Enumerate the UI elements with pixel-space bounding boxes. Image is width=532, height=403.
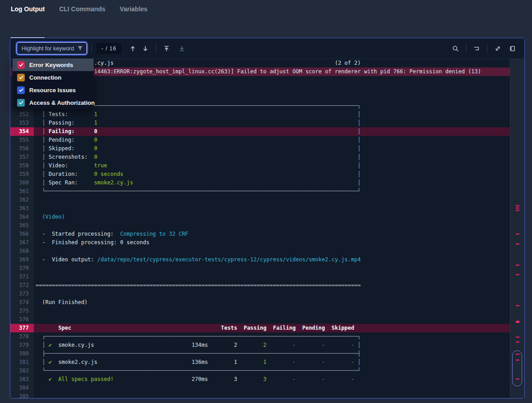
line-number[interactable]: 377 — [10, 324, 34, 332]
keyword-option-label: Access & Authorization — [29, 99, 95, 106]
line-number[interactable]: 380 — [10, 349, 34, 358]
line-text — [34, 204, 510, 213]
line-number[interactable]: 368 — [10, 247, 34, 255]
keyword-option-access-authorization[interactable]: Access & Authorization — [13, 96, 94, 109]
minimap-marker[interactable] — [516, 274, 519, 275]
line-text — [34, 384, 510, 392]
tab-variables[interactable]: Variables — [120, 5, 148, 38]
log-line: 378 ┌───────────────────────────────────… — [10, 332, 510, 341]
expand-button[interactable] — [492, 43, 504, 54]
line-number[interactable]: 362 — [10, 196, 34, 204]
toolbar-right-icons — [450, 43, 518, 54]
line-number[interactable]: 369 — [10, 255, 34, 264]
tab-log-output[interactable]: Log Output — [11, 5, 45, 38]
line-text: │ Failing: 0 │ — [34, 127, 510, 136]
line-number[interactable]: 378 — [10, 332, 34, 341]
log-line: 380 ├───────────────────────────────────… — [10, 349, 510, 358]
log-body: .cy.js (2 of 2) 14463:ERROR:zygote_host_… — [10, 59, 524, 398]
line-text: - Started processing: Compressing to 32 … — [34, 230, 510, 238]
line-text — [34, 247, 510, 255]
line-number[interactable]: 360 — [10, 179, 34, 187]
line-number[interactable]: 366 — [10, 230, 34, 238]
log-line: 385 — [10, 392, 510, 398]
line-number[interactable]: 372 — [10, 281, 34, 290]
match-counter: - / 16 — [96, 43, 122, 54]
minimap-marker[interactable] — [516, 210, 519, 211]
next-match-button[interactable] — [140, 43, 151, 54]
line-number[interactable]: 361 — [10, 187, 34, 196]
line-number[interactable]: 370 — [10, 264, 34, 273]
line-number[interactable]: 381 — [10, 358, 34, 367]
minimap-marker[interactable] — [516, 321, 519, 323]
line-number[interactable]: 364 — [10, 213, 34, 221]
line-number[interactable]: 365 — [10, 221, 34, 230]
line-text — [34, 273, 510, 281]
keyword-option-resource-issues[interactable]: Resource Issues — [13, 84, 94, 96]
minimap-marker[interactable] — [516, 264, 519, 266]
line-number[interactable]: 355 — [10, 136, 34, 144]
line-number[interactable]: 352 — [10, 110, 34, 119]
line-number[interactable]: 376 — [10, 315, 34, 324]
copy-button[interactable] — [506, 43, 518, 54]
line-number[interactable]: 357 — [10, 153, 34, 161]
checkbox-icon[interactable] — [17, 99, 25, 107]
line-number[interactable]: 382 — [10, 367, 34, 375]
minimap-marker[interactable] — [516, 341, 519, 343]
log-line: 384 — [10, 384, 510, 392]
tab-cli-commands[interactable]: CLI Commands — [59, 5, 105, 38]
log-line: 373 — [10, 290, 510, 298]
log-line: 357 │ Screenshots: 0 │ — [10, 153, 510, 161]
log-line: 366 - Started processing: Compressing to… — [10, 230, 510, 238]
line-number[interactable]: 375 — [10, 307, 34, 315]
line-text: │ ✔ smoke2.cy.js 136ms 1 1 - - - │ — [34, 358, 510, 367]
scroll-to-bottom-button[interactable] — [176, 43, 188, 54]
line-text: │ Passing: 1 │ — [34, 119, 510, 127]
line-number[interactable]: 354 — [10, 127, 34, 136]
keyword-filter-input[interactable] — [17, 42, 87, 54]
minimap-viewport[interactable] — [512, 350, 522, 386]
checkbox-icon[interactable] — [17, 86, 25, 94]
line-number[interactable]: 385 — [10, 392, 34, 398]
line-number[interactable]: 367 — [10, 238, 34, 247]
log-line: 372=====================================… — [10, 281, 510, 290]
keyword-option-error-keywords[interactable]: Error Keywords — [13, 58, 94, 71]
line-text: (Video) — [34, 213, 510, 221]
log-minimap[interactable] — [510, 59, 524, 398]
line-number[interactable]: 383 — [10, 375, 34, 384]
line-number[interactable]: 363 — [10, 204, 34, 213]
funnel-icon — [77, 45, 83, 51]
log-line: 374 (Run Finished) — [10, 298, 510, 307]
log-line: 371 — [10, 273, 510, 281]
minimap-marker[interactable] — [516, 205, 519, 206]
line-text: Spec Tests Passing Failing Pending Skipp… — [34, 324, 510, 332]
checkbox-icon[interactable] — [17, 74, 25, 81]
log-line: 377 Spec Tests Passing Failing Pending S… — [10, 324, 510, 332]
line-number[interactable]: 353 — [10, 119, 34, 127]
line-number[interactable]: 374 — [10, 298, 34, 307]
line-number[interactable]: 359 — [10, 170, 34, 179]
wrap-lines-button[interactable] — [471, 43, 482, 54]
keyword-option-label: Connection — [29, 74, 62, 81]
line-text — [34, 221, 510, 230]
line-text: - Video output: /data/repo/test/cypress/… — [34, 255, 510, 264]
search-button[interactable] — [450, 43, 461, 54]
minimap-marker[interactable] — [516, 243, 519, 245]
minimap-marker[interactable] — [516, 207, 519, 209]
minimap-marker[interactable] — [516, 233, 519, 235]
line-number[interactable]: 384 — [10, 384, 34, 392]
prev-match-button[interactable] — [127, 43, 139, 54]
checkbox-icon[interactable] — [17, 61, 25, 69]
minimap-marker[interactable] — [516, 305, 519, 306]
log-line: 367 - Finished processing: 0 seconds — [10, 238, 510, 247]
line-number[interactable]: 358 — [10, 161, 34, 170]
line-number[interactable]: 373 — [10, 290, 34, 298]
minimap-marker[interactable] — [516, 336, 519, 338]
log-line: 381 │ ✔ smoke2.cy.js 136ms 1 1 - - - │ — [10, 358, 510, 367]
scroll-to-top-button[interactable] — [161, 43, 172, 54]
line-number[interactable]: 379 — [10, 341, 34, 349]
line-text: ├───────────────────────────────────────… — [34, 349, 510, 358]
line-number[interactable]: 371 — [10, 273, 34, 281]
line-text: - Finished processing: 0 seconds — [34, 238, 510, 247]
line-number[interactable]: 356 — [10, 144, 34, 153]
keyword-option-connection[interactable]: Connection — [13, 71, 94, 84]
